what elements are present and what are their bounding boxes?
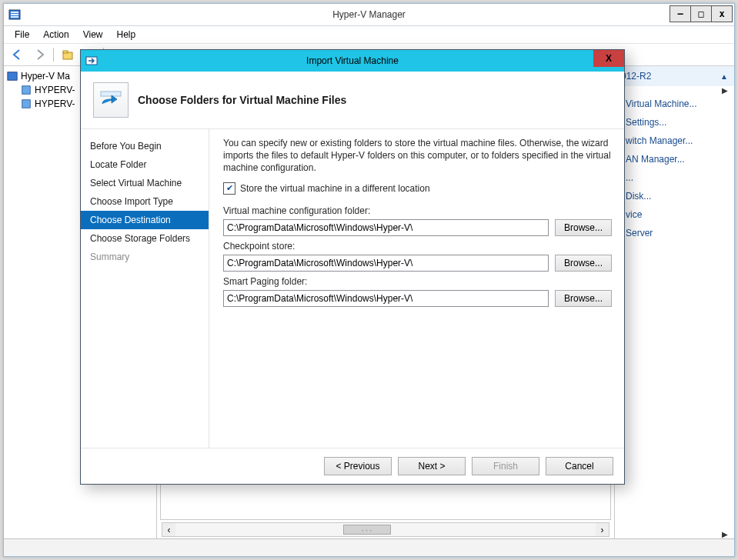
wizard-step-choose-destination[interactable]: Choose Destination (81, 211, 209, 229)
scroll-track[interactable]: ··· (175, 523, 596, 536)
next-button[interactable]: Next > (398, 457, 466, 475)
wizard-step-before-you-begin[interactable]: Before You Begin (81, 137, 209, 155)
forward-button[interactable] (30, 45, 48, 64)
dialog-footer: < Previous Next > Finish Cancel (81, 448, 624, 484)
maximize-button[interactable]: □ (691, 5, 712, 22)
actions-heading[interactable]: 012-R2 ▲ (615, 66, 734, 86)
action-link[interactable]: Disk... (615, 187, 734, 205)
wizard-nav: Before You Begin Locate Folder Select Vi… (81, 129, 209, 448)
svg-rect-15 (22, 100, 31, 108)
action-link[interactable]: witch Manager... (615, 132, 734, 150)
actions-sub-arrow[interactable]: ▶ (615, 530, 734, 538)
import-vm-dialog: Import Virtual Machine X Choose Folders … (80, 49, 625, 485)
dialog-header-title: Choose Folders for Virtual Machine Files (138, 94, 346, 106)
close-button[interactable]: x (712, 5, 733, 22)
action-link[interactable]: Server (615, 224, 734, 242)
action-link[interactable]: Virtual Machine... (615, 95, 734, 113)
wizard-step-summary: Summary (81, 248, 209, 266)
config-folder-input[interactable] (223, 219, 549, 236)
menu-file[interactable]: File (8, 28, 35, 42)
up-button[interactable] (58, 45, 77, 64)
scroll-thumb[interactable]: ··· (343, 525, 391, 535)
import-arrow-icon (93, 82, 129, 118)
dialog-titlebar[interactable]: Import Virtual Machine X (81, 50, 624, 72)
field-label-checkpoint-store: Checkpoint store: (223, 241, 612, 252)
horizontal-scrollbar[interactable]: ‹ ··· › (162, 522, 609, 537)
actions-heading-label: 012-R2 (621, 71, 651, 82)
scroll-right-button[interactable]: › (596, 523, 609, 536)
toolbar-separator (53, 48, 54, 62)
browse-config-folder-button[interactable]: Browse... (555, 219, 612, 236)
minimize-button[interactable]: – (670, 5, 691, 22)
field-label-config-folder: Virtual machine configuration folder: (223, 205, 612, 216)
dialog-title: Import Virtual Machine (81, 55, 624, 66)
svg-rect-13 (8, 72, 17, 81)
finish-button: Finish (472, 457, 539, 475)
action-link[interactable]: vice (615, 205, 734, 224)
wizard-step-choose-import-type[interactable]: Choose Import Type (81, 192, 209, 211)
tree-node-label: HYPERV- (35, 98, 75, 109)
checkbox-label: Store the virtual machine in a different… (240, 183, 430, 194)
action-link[interactable]: ... (615, 168, 734, 187)
previous-button[interactable]: < Previous (324, 457, 392, 475)
svg-rect-14 (22, 86, 31, 95)
tree-root-label: Hyper-V Ma (21, 71, 70, 82)
tree-node-label: HYPERV- (35, 85, 75, 95)
back-button[interactable] (8, 45, 27, 64)
collapse-icon: ▲ (720, 72, 728, 81)
wizard-step-select-vm[interactable]: Select Virtual Machine (81, 174, 209, 192)
wizard-description: You can specify new or existing folders … (223, 137, 612, 175)
checkpoint-store-input[interactable] (223, 255, 549, 272)
titlebar: Hyper-V Manager – □ x (4, 4, 734, 26)
statusbar (4, 538, 734, 556)
menubar: File Action View Help (4, 26, 734, 44)
smart-paging-input[interactable] (223, 290, 549, 307)
menu-view[interactable]: View (77, 28, 109, 42)
dialog-close-button[interactable]: X (593, 50, 624, 67)
browse-checkpoint-store-button[interactable]: Browse... (555, 255, 612, 272)
svg-rect-5 (63, 51, 68, 53)
menu-action[interactable]: Action (37, 28, 75, 42)
svg-rect-18 (101, 92, 121, 96)
cancel-button[interactable]: Cancel (546, 457, 613, 475)
dialog-header: Choose Folders for Virtual Machine Files (81, 72, 624, 129)
wizard-main: You can specify new or existing folders … (209, 129, 624, 448)
actions-sub-arrow[interactable]: ▶ (615, 86, 734, 95)
checkbox-row[interactable]: ✔ Store the virtual machine in a differe… (223, 182, 612, 195)
dialog-body: Before You Begin Locate Folder Select Vi… (81, 129, 624, 448)
window-controls: – □ x (670, 5, 733, 22)
actions-pane: 012-R2 ▲ ▶ Virtual Machine... Settings..… (614, 66, 734, 538)
store-different-location-checkbox[interactable]: ✔ (223, 182, 235, 195)
browse-smart-paging-button[interactable]: Browse... (555, 290, 612, 307)
scroll-left-button[interactable]: ‹ (162, 523, 175, 536)
action-link[interactable]: AN Manager... (615, 150, 734, 168)
app-title: Hyper-V Manager (4, 9, 734, 20)
field-label-smart-paging: Smart Paging folder: (223, 276, 612, 287)
action-link[interactable]: Settings... (615, 113, 734, 132)
wizard-step-choose-storage[interactable]: Choose Storage Folders (81, 229, 209, 248)
wizard-step-locate-folder[interactable]: Locate Folder (81, 155, 209, 174)
menu-help[interactable]: Help (111, 28, 142, 42)
